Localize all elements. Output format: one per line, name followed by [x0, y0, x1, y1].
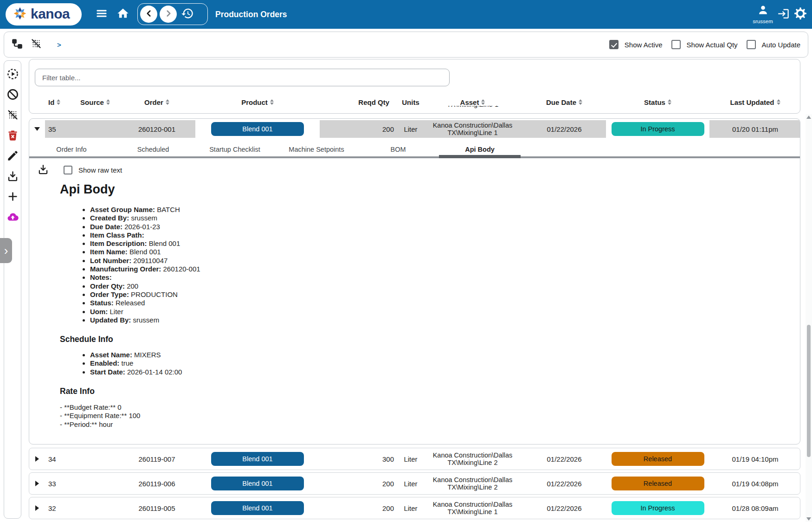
schedule-info-heading: Schedule Info [60, 335, 800, 344]
download-api-body-button[interactable] [37, 164, 49, 176]
row-expander[interactable] [29, 475, 45, 492]
edit-order-button[interactable] [6, 150, 19, 163]
api-body-field: Created By: srussem [90, 214, 800, 222]
column-header-product[interactable]: Product [195, 98, 320, 106]
sort-icon [106, 99, 110, 105]
table-row[interactable]: 35 260120-001 Blend 001 200 Liter Kanoa … [29, 119, 800, 138]
tree-view-button[interactable] [11, 39, 23, 51]
cell-units: Liter [399, 450, 423, 468]
download-orders-button[interactable] [6, 171, 19, 183]
status-badge: Released [612, 452, 704, 466]
menu-button[interactable] [93, 6, 110, 23]
hamburger-icon [95, 7, 108, 22]
history-icon [181, 7, 194, 22]
chevron-right-icon [163, 8, 174, 20]
tab-machine-setpoints[interactable]: Machine Setpoints [276, 141, 357, 158]
logout-button[interactable] [776, 7, 791, 22]
scroll-down-arrow[interactable] [806, 517, 811, 521]
user-icon [757, 10, 769, 18]
sort-icon [166, 99, 169, 105]
expand-panel-button[interactable]: › [0, 238, 12, 263]
column-header-last-updated[interactable]: Last Updated [709, 98, 800, 106]
filter-table-input[interactable] [35, 69, 450, 86]
tab-scheduled[interactable]: Scheduled [112, 141, 194, 158]
run-order-button[interactable] [6, 69, 19, 81]
auto-update-option: Auto Update [747, 40, 800, 49]
auto-update-checkbox[interactable] [747, 40, 756, 49]
history-button[interactable] [179, 6, 196, 23]
chevron-left-icon [144, 8, 154, 20]
api-body-field: Due Date: 2026-01-23 [90, 223, 800, 231]
kanoa-logo[interactable]: kanoa [6, 3, 82, 26]
show-active-label: Show Active [625, 41, 663, 49]
user-menu[interactable]: srussem [752, 4, 774, 24]
row-expander[interactable] [29, 499, 45, 517]
column-header-source[interactable]: Source [72, 98, 118, 106]
cell-last-updated: 01/28 08:09am [709, 499, 801, 517]
cell-reqd-qty: 200 [320, 475, 399, 492]
scroll-up-arrow[interactable] [806, 116, 811, 119]
cell-asset: Kanoa Construction\DallasTX\Mixing\Line … [423, 475, 522, 492]
delete-order-button[interactable] [6, 130, 19, 142]
product-pill: Blend 001 [211, 477, 304, 490]
column-header-id[interactable]: Id [45, 98, 72, 106]
table-row[interactable]: 33 260119-006 Blend 001 200 Liter Kanoa … [29, 472, 800, 495]
vertical-scrollbar [806, 114, 812, 522]
row-expander[interactable] [29, 120, 45, 138]
api-body-field: Item Description: Blend 001 [90, 239, 800, 248]
row-expander[interactable] [29, 450, 45, 468]
expand-row-icon [35, 481, 39, 486]
sort-icon [579, 99, 582, 105]
tab-startup-checklist[interactable]: Startup Checklist [194, 141, 276, 158]
blur-off-button[interactable] [30, 39, 42, 51]
show-raw-text-checkbox[interactable] [64, 166, 72, 174]
tab-api-body[interactable]: Api Body [439, 141, 521, 158]
table-options: Show Active Show Actual Qty Auto Update [609, 40, 808, 49]
cell-order: 260120-001 [118, 120, 195, 138]
forward-button[interactable] [160, 6, 177, 23]
table-row[interactable]: 34 260119-007 Blend 001 300 Liter Kanoa … [29, 448, 800, 470]
blur-off-sidebar-button[interactable] [6, 110, 19, 122]
column-header-order[interactable]: Order [118, 98, 195, 106]
table-header-row: Id Source Order Product Reqd Qty Units A… [29, 93, 800, 111]
cell-due-date: 01/22/2026 [522, 499, 606, 517]
plus-icon [6, 190, 19, 205]
show-active-checkbox[interactable] [609, 40, 619, 49]
schedule-field: Enabled: true [90, 359, 800, 367]
show-actual-qty-checkbox[interactable] [671, 40, 681, 49]
home-button[interactable] [115, 6, 131, 23]
column-header-due-date[interactable]: Due Date [522, 98, 606, 106]
settings-button[interactable] [793, 6, 808, 22]
column-header-asset[interactable]: Asset [423, 98, 522, 106]
show-actual-qty-option: Show Actual Qty [671, 40, 738, 49]
show-active-option: Show Active [609, 40, 663, 49]
cell-id: 33 [45, 475, 72, 492]
tab-order-info[interactable]: Order Info [31, 141, 112, 158]
add-order-button[interactable] [6, 191, 19, 204]
cloud-upload-icon [6, 211, 19, 225]
status-badge: In Progress [612, 122, 704, 136]
api-body-field: Order Qty: 200 [90, 282, 800, 290]
gear-icon [793, 6, 807, 22]
cell-reqd-qty: 200 [320, 499, 399, 517]
table-row[interactable]: 32 260119-005 Blend 001 200 Liter Kanoa … [29, 497, 800, 519]
cell-reqd-qty: 200 [320, 120, 399, 138]
cell-status: In Progress [606, 499, 709, 517]
cell-units: Liter [399, 475, 423, 492]
auto-update-label: Auto Update [762, 41, 800, 49]
scrollbar-thumb[interactable] [807, 325, 811, 457]
api-body-field-list: Asset Group Name: BATCH Created By: srus… [29, 206, 800, 324]
api-body-field: Status: Released [90, 299, 800, 307]
column-header-status[interactable]: Status [606, 98, 709, 106]
action-sidebar [4, 60, 21, 519]
show-raw-text-label: Show raw text [78, 166, 122, 174]
tab-bom[interactable]: BOM [357, 141, 439, 158]
schedule-field: Start Date: 2026-01-14 02:00 [90, 368, 800, 376]
block-order-button[interactable] [6, 89, 19, 102]
cell-status: Released [606, 450, 709, 468]
cell-asset: Kanoa Construction\DallasTX\Mixing\Line … [423, 120, 522, 138]
back-button[interactable] [140, 6, 157, 23]
breadcrumb: > [57, 41, 61, 49]
cloud-upload-button[interactable] [6, 212, 19, 224]
view-toolbar: > Show Active Show Actual Qty Auto Updat… [4, 32, 808, 58]
